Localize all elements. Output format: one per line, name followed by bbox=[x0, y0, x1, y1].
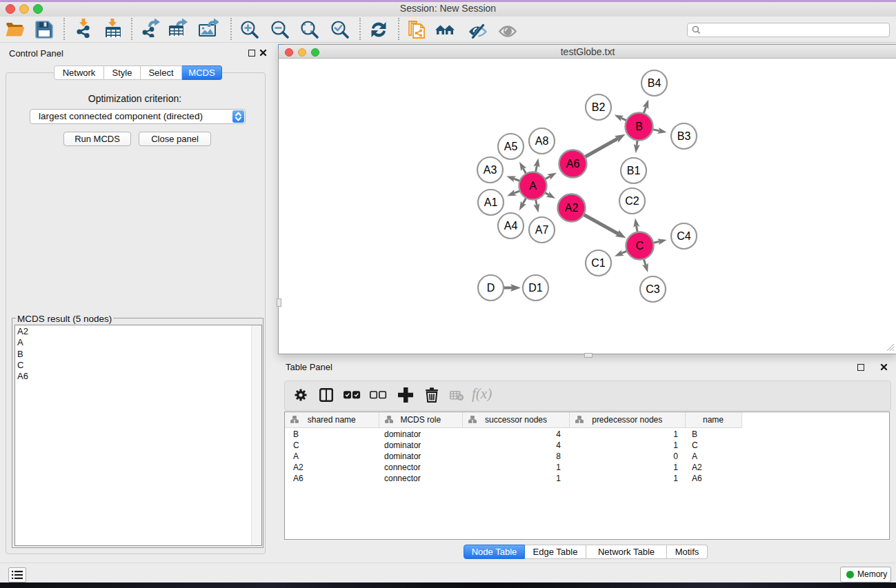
svg-text:B2: B2 bbox=[592, 101, 606, 113]
svg-text:A: A bbox=[529, 180, 537, 192]
svg-text:A1: A1 bbox=[484, 196, 498, 208]
svg-text:f(x): f(x) bbox=[472, 387, 492, 402]
svg-text:A7: A7 bbox=[535, 224, 549, 236]
svg-text:C4: C4 bbox=[677, 230, 691, 242]
svg-text:A6: A6 bbox=[566, 158, 580, 170]
svg-text:C1: C1 bbox=[591, 257, 606, 269]
svg-text:A4: A4 bbox=[504, 220, 518, 232]
svg-text:C3: C3 bbox=[646, 283, 660, 295]
svg-text:D1: D1 bbox=[528, 282, 543, 294]
svg-text:B3: B3 bbox=[677, 130, 691, 142]
svg-text:B4: B4 bbox=[648, 77, 661, 89]
svg-text:D: D bbox=[487, 282, 495, 294]
svg-text:A8: A8 bbox=[535, 135, 549, 147]
svg-text:C2: C2 bbox=[625, 195, 639, 207]
svg-text:A3: A3 bbox=[484, 164, 497, 176]
svg-text:B1: B1 bbox=[627, 165, 641, 176]
svg-text:B: B bbox=[635, 121, 643, 132]
svg-text:C: C bbox=[636, 240, 644, 252]
svg-text:A5: A5 bbox=[504, 141, 518, 152]
svg-text:A2: A2 bbox=[565, 202, 579, 214]
